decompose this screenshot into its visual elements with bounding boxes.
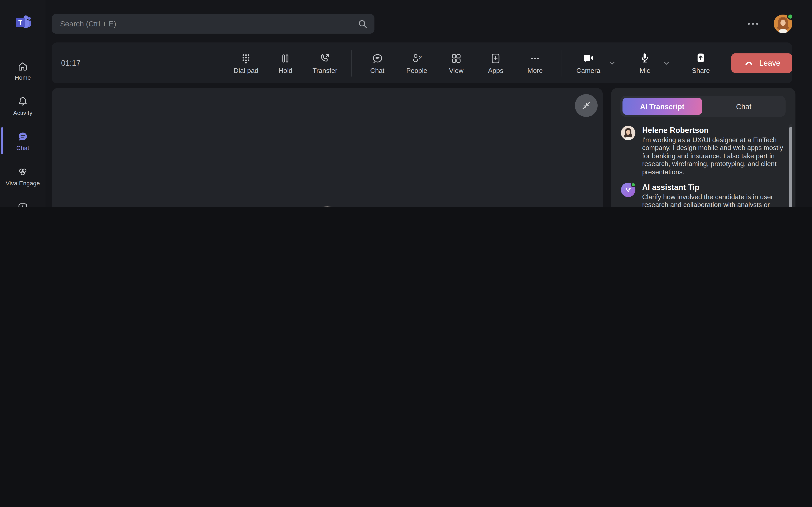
user-avatar[interactable] [774, 14, 792, 33]
message-author: AI assistant Tip [642, 183, 784, 191]
collapse-view-button[interactable] [575, 94, 598, 117]
transfer-icon [319, 52, 331, 64]
bell-icon [17, 96, 29, 107]
sidebar-item-viva-engage[interactable]: Viva Engage [0, 158, 46, 193]
more-button[interactable]: More [515, 43, 555, 83]
chevron-down-icon [607, 58, 617, 68]
tab-ai-transcript[interactable]: AI Transcript [622, 98, 702, 115]
camera-options-chevron[interactable] [606, 43, 618, 83]
home-icon [17, 60, 29, 72]
message-avatar-helene [621, 126, 636, 140]
sidebar-item-label: Chat [16, 145, 29, 151]
active-indicator [1, 127, 3, 154]
app-rail: T Home Activity Chat [0, 0, 46, 207]
search-input[interactable] [52, 14, 374, 34]
chat-icon [17, 130, 29, 142]
camera-icon [582, 52, 595, 64]
search-bar [52, 14, 374, 34]
message-text: I'm working as a UX/UI designer at a Fin… [642, 136, 784, 176]
call-controls: Dial pad Hold Transfer Chat 2 People [226, 43, 792, 83]
panel-scrollbar-track [789, 124, 792, 207]
sidebar-item-label: Activity [13, 109, 32, 116]
sidebar-item-activity[interactable]: Activity [0, 88, 46, 123]
people-button[interactable]: 2 People [397, 43, 437, 83]
ai-presence-icon [631, 182, 636, 187]
transcript-panel: AI Transcript Chat Helene Robertson I'm … [611, 88, 796, 207]
main-participant: AI Enabled Helene Robertson [52, 207, 603, 207]
sidebar-item-chat[interactable]: Chat [0, 123, 46, 158]
toolbar-divider [351, 49, 351, 76]
teams-app: T Home Activity Chat [0, 0, 812, 207]
dial-pad-button[interactable]: Dial pad [226, 43, 266, 83]
call-timer: 01:17 [61, 43, 81, 83]
search-icon [357, 18, 368, 30]
people-count-badge: 2 [419, 55, 422, 60]
panel-scrollbar-thumb[interactable] [789, 127, 792, 207]
transcript-message: AI assistant Tip Clarify how involved th… [621, 183, 784, 207]
svg-text:T: T [18, 19, 22, 26]
people-icon: 2 [410, 52, 423, 64]
sidebar-item-home[interactable]: Home [0, 53, 46, 88]
pause-icon [280, 52, 292, 64]
message-text: Clarify how involved the candidate is in… [642, 193, 784, 207]
ellipsis-icon [529, 52, 541, 64]
dialpad-icon [240, 52, 252, 64]
transcript-messages: Helene Robertson I'm working as a UX/UI … [621, 126, 784, 207]
chat-bubble-icon [371, 52, 384, 64]
call-toolbar: 01:17 Dial pad Hold Transfer Chat 2 Pe [52, 43, 792, 83]
leave-button[interactable]: Leave [731, 53, 792, 73]
topbar-more-button[interactable] [745, 20, 761, 28]
sidebar-item-label: Viva Engage [6, 180, 40, 186]
tab-chat[interactable]: Chat [704, 98, 783, 115]
rail-nav: Home Activity Chat Viva Engage [0, 53, 46, 207]
transfer-button[interactable]: Transfer [305, 43, 345, 83]
call-stage: AI Enabled Helene Robertson Jane Smith [52, 88, 603, 207]
grid-icon [450, 52, 462, 64]
hold-button[interactable]: Hold [266, 43, 305, 83]
sidebar-item-label: Home [15, 74, 31, 80]
shifts-icon [17, 201, 29, 207]
participant-avatar [271, 207, 383, 207]
transcript-message: Helene Robertson I'm working as a UX/UI … [621, 126, 784, 176]
share-screen-icon [695, 52, 707, 64]
apps-button[interactable]: Apps [476, 43, 515, 83]
teams-logo-icon: T [13, 12, 33, 32]
chevron-down-icon [661, 58, 672, 68]
viva-engage-icon [17, 166, 29, 177]
share-button[interactable]: Share [685, 43, 717, 83]
camera-button[interactable]: Camera [574, 43, 603, 83]
mic-options-chevron[interactable] [660, 43, 672, 83]
collapse-diagonal-icon [579, 99, 593, 112]
mic-icon [639, 52, 651, 64]
apps-plus-icon [490, 52, 502, 64]
panel-tabs: AI Transcript Chat [620, 96, 785, 117]
chat-button[interactable]: Chat [358, 43, 397, 83]
hang-up-icon [743, 57, 755, 69]
message-author: Helene Robertson [642, 126, 784, 134]
topbar-right [745, 14, 792, 34]
view-button[interactable]: View [437, 43, 476, 83]
sidebar-item-shifts[interactable]: Shifts [0, 193, 46, 207]
mic-button[interactable]: Mic [633, 43, 657, 83]
presence-available-icon [787, 13, 793, 20]
toolbar-divider [561, 49, 561, 76]
